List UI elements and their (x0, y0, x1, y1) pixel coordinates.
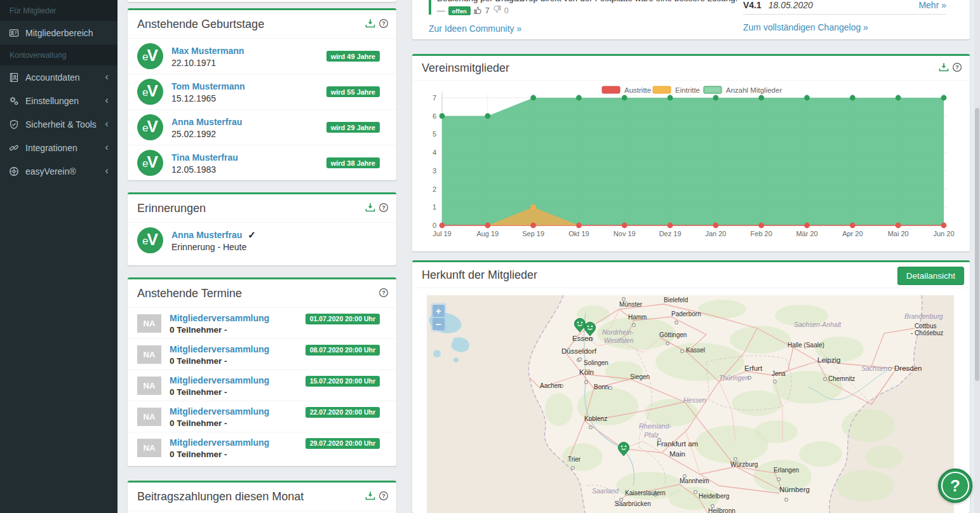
map-zoom-control: + − (431, 303, 446, 332)
download-icon[interactable] (939, 62, 949, 75)
member-link[interactable]: Max Mustermann (171, 46, 244, 56)
event-link[interactable]: Mitgliederversammlung (170, 313, 269, 323)
na-avatar: NA (137, 314, 161, 333)
help-circle-icon[interactable]: ? (379, 18, 389, 31)
download-icon[interactable] (365, 203, 375, 215)
age-badge: wird 49 Jahre (326, 51, 380, 62)
events-list: NAMitgliederversammlung0 Teilnehmer -01.… (128, 308, 396, 466)
help-circle-icon[interactable]: ? (379, 491, 389, 503)
thumbs-up-icon[interactable] (474, 6, 482, 17)
event-link[interactable]: Mitgliederversammlung (170, 375, 269, 385)
help-button[interactable]: ? (938, 469, 972, 503)
svg-text:6: 6 (433, 112, 436, 120)
card-above-fold (128, 0, 396, 2)
event-link[interactable]: Mitgliederversammlung (170, 437, 269, 448)
svg-text:Jun 20: Jun 20 (933, 230, 954, 237)
na-avatar: NA (137, 376, 161, 395)
sidebar-item-sicherheit-tools[interactable]: Sicherheit & Tools‹ (0, 112, 117, 136)
help-circle-icon[interactable]: ? (379, 203, 389, 215)
age-badge: wird 55 Jahre (326, 86, 380, 97)
members-area-chart: 01234567Jul 19Aug 19Sep 19Okt 19Nov 19De… (412, 81, 970, 253)
event-participants: 0 Teilnehmer - (170, 450, 305, 459)
scrollbar-track[interactable] (974, 0, 980, 513)
event-participants: 0 Teilnehmer - (170, 325, 305, 335)
svg-text:Westfalen: Westfalen (604, 336, 634, 344)
svg-text:Paderborn: Paderborn (671, 310, 701, 317)
svg-text:Koblenz: Koblenz (584, 415, 607, 422)
svg-text:Pfalz: Pfalz (644, 431, 659, 439)
sidebar-item-integrationen[interactable]: Integrationen‹ (0, 136, 117, 159)
svg-text:?: ? (382, 290, 386, 296)
birthday-date: 25.02.1992 (171, 129, 326, 139)
sidebar-item-easyverein[interactable]: easyVerein®‹ (0, 159, 117, 183)
svg-text:Würzburg: Würzburg (730, 461, 758, 468)
age-badge: wird 29 Jahre (326, 122, 380, 133)
event-link[interactable]: Mitgliederversammlung (170, 406, 269, 416)
payments-card: Beitragszahlungen diesen Monat ? (128, 481, 396, 513)
chevron-left-icon: ‹ (105, 71, 109, 82)
birthday-row: eVAnna Musterfrau25.02.1992wird 29 Jahre (128, 110, 396, 145)
member-link[interactable]: Anna Musterfrau (171, 230, 242, 240)
svg-text:Göttingen: Göttingen (659, 331, 687, 338)
birthdays-list: eVMax Mustermann22.10.1971wird 49 Jahree… (128, 39, 396, 180)
svg-text:?: ? (382, 204, 386, 211)
member-origin-map[interactable]: + − MünsterBielefeldPaderbornHammEssenDü… (427, 295, 954, 513)
svg-text:Saarland: Saarland (592, 487, 619, 495)
ev-logo-avatar: eV (137, 43, 163, 69)
event-link[interactable]: Mitgliederversammlung (170, 344, 269, 354)
idea-quote-bar (429, 0, 431, 15)
birthdays-card: Anstehende Geburtstage ? eVMax Musterman… (128, 8, 396, 180)
ev-logo-avatar: eV (137, 150, 163, 176)
svg-text:Anzahl Mitglieder: Anzahl Mitglieder (726, 86, 782, 94)
scrollbar-thumb[interactable] (975, 108, 979, 381)
map-card-title: Herkunft der Mitglieder (422, 269, 537, 281)
svg-text:Saarbrücken: Saarbrücken (615, 500, 651, 507)
svg-text:5: 5 (433, 130, 436, 138)
map-zoom-in-button[interactable]: + (433, 305, 445, 317)
na-avatar: NA (137, 439, 161, 457)
svg-text:Halle (Saale): Halle (Saale) (788, 342, 824, 349)
svg-text:Thüringen: Thüringen (719, 374, 749, 382)
download-icon[interactable] (365, 491, 375, 503)
event-row: NAMitgliederversammlung0 Teilnehmer -29.… (128, 432, 396, 463)
member-link[interactable]: Tom Mustermann (171, 81, 245, 91)
svg-text:3: 3 (433, 167, 436, 175)
address-book-icon (9, 72, 25, 83)
changelog-date: 18.05.2020 (769, 0, 813, 10)
idea-likes: 7 (485, 6, 490, 15)
help-button-label: ? (950, 476, 960, 496)
changelog-full-link[interactable]: Zum vollständigen Changelog » (743, 22, 946, 32)
detail-view-button[interactable]: Detailansicht (897, 267, 964, 285)
ev-logo-avatar: eV (137, 79, 163, 105)
birthday-row: eVTina Musterfrau12.05.1983wird 38 Jahre (128, 145, 396, 180)
map-zoom-out-button[interactable]: − (433, 318, 445, 330)
download-icon[interactable] (365, 18, 375, 31)
idea-dislikes: 0 (504, 6, 509, 15)
svg-text:Aachen: Aachen (540, 382, 561, 389)
chevron-left-icon: ‹ (105, 95, 109, 105)
reminders-card: Erinnerungen ? eVAnna Musterfrau✓Erinner… (128, 192, 396, 265)
svg-text:Jul 19: Jul 19 (433, 230, 451, 237)
check-icon: ✓ (248, 229, 256, 240)
changelog-more-link[interactable]: Mehr » (918, 0, 946, 10)
svg-text:Brandenburg: Brandenburg (904, 312, 943, 320)
svg-text:Leipzig: Leipzig (817, 356, 840, 364)
help-circle-icon[interactable]: ? (952, 62, 962, 75)
svg-text:1: 1 (433, 203, 436, 211)
ideas-community-link[interactable]: Zur Ideen Community » (429, 23, 521, 34)
svg-text:Jan 20: Jan 20 (705, 230, 726, 237)
svg-text:Kassel: Kassel (686, 347, 705, 354)
event-participants: 0 Teilnehmer - (170, 356, 305, 366)
sidebar-item-einstellungen[interactable]: Einstellungen‹ (0, 89, 117, 112)
svg-text:?: ? (382, 20, 386, 27)
member-link[interactable]: Tina Musterfrau (171, 152, 238, 163)
svg-text:Bonn: Bonn (594, 383, 608, 390)
svg-text:Nov 19: Nov 19 (614, 230, 636, 237)
thumbs-down-icon[interactable] (493, 5, 501, 15)
help-circle-icon[interactable]: ? (379, 288, 389, 300)
birthday-row: eVTom Mustermann15.12.1965wird 55 Jahre (128, 74, 396, 110)
sidebar-item-accountdaten[interactable]: Accountdaten‹ (0, 65, 117, 89)
member-link[interactable]: Anna Musterfrau (171, 117, 242, 127)
sidebar-item-mitgliederbereich[interactable]: Mitgliederbereich (0, 21, 117, 44)
events-card-title: Anstehende Termine (137, 287, 242, 300)
